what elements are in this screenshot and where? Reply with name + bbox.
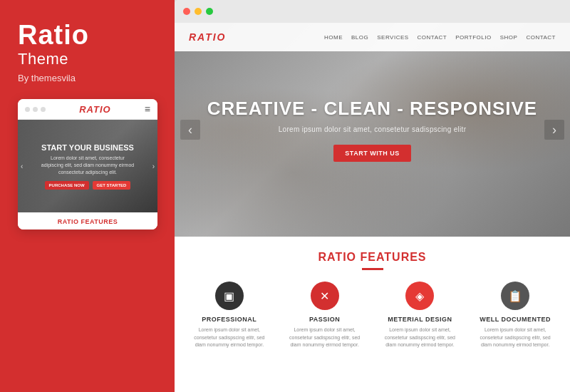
mobile-mockup: RATIO ≡ ‹ START YOUR BUSINESS Lorem dolo… — [18, 99, 157, 229]
mobile-get-started-button[interactable]: GET STARTED — [93, 181, 131, 190]
feature-item-professional: ▣ PROFESSIONAL Lorem ipsum dolor sit ame… — [189, 282, 270, 349]
right-panel: RATIO HOME BLOG SERVICES CONTACT PORTFOL… — [175, 0, 570, 392]
left-panel: Ratio Theme By themesvila RATIO ≡ ‹ STAR… — [0, 0, 175, 392]
site-logo[interactable]: RATIO — [189, 31, 227, 43]
nav-item-home[interactable]: HOME — [324, 34, 343, 41]
nav-item-contact2[interactable]: CONTACT — [526, 34, 556, 41]
nav-item-shop[interactable]: SHOP — [500, 34, 518, 41]
browser-close-dot[interactable] — [183, 8, 190, 15]
feature-item-passion: ✕ PASSION Lorem ipsum dolor sit amet, co… — [284, 282, 366, 349]
feature-icon-documented: 📋 — [501, 282, 529, 310]
feature-name-passion: PASSION — [284, 316, 366, 323]
mobile-prev-arrow[interactable]: ‹ — [21, 163, 23, 170]
mobile-hero: ‹ START YOUR BUSINESS Lorem dolor sit am… — [18, 120, 157, 212]
hamburger-icon[interactable]: ≡ — [145, 103, 150, 115]
mobile-next-arrow[interactable]: › — [152, 163, 155, 170]
author-label: By themesvila — [18, 73, 89, 83]
feature-desc-professional: Lorem ipsum dolor sit amet, consetetur s… — [189, 326, 270, 349]
mobile-features-label1: RATIO — [58, 218, 79, 225]
feature-item-documented: 📋 WELL DOCUMENTED Lorem ipsum dolor sit … — [475, 282, 556, 349]
browser-content: RATIO HOME BLOG SERVICES CONTACT PORTFOL… — [175, 23, 570, 392]
mobile-hero-sub: Lorem dolor sit amet, consecteturadipisc… — [41, 155, 134, 175]
features-heading: RATIO FEATURES — [189, 251, 556, 264]
hero-title: CREATIVE - CLEAN - RESPONSIVE — [207, 98, 537, 120]
mobile-hero-buttons: PURCHASE NOW GET STARTED — [45, 181, 131, 190]
nav-item-services[interactable]: SERVICES — [377, 34, 408, 41]
mobile-features-bar: RATIO FEATURES — [18, 212, 157, 229]
feature-desc-documented: Lorem ipsum dolor sit amet, consetetur s… — [475, 326, 556, 349]
feature-name-documented: WELL DOCUMENTED — [475, 316, 556, 323]
feature-icon-material: ◈ — [405, 282, 434, 310]
browser-minimize-dot[interactable] — [195, 8, 202, 15]
title-ratio: Ratio — [18, 21, 89, 48]
mobile-dot-2 — [33, 107, 38, 112]
browser-mockup: RATIO HOME BLOG SERVICES CONTACT PORTFOL… — [175, 0, 570, 392]
hero-prev-arrow[interactable]: ‹ — [180, 120, 200, 140]
mobile-hero-title: START YOUR BUSINESS — [41, 143, 134, 153]
browser-chrome-bar — [175, 0, 570, 23]
app-title: Ratio Theme By themesvila — [18, 21, 89, 83]
mobile-purchase-button[interactable]: PURCHASE NOW — [45, 181, 89, 190]
mobile-dot-1 — [25, 107, 30, 112]
feature-icon-professional: ▣ — [215, 282, 244, 310]
features-underline — [362, 268, 383, 270]
nav-item-portfolio[interactable]: PORTFOLIO — [455, 34, 492, 41]
feature-desc-material: Lorem ipsum dolor sit amet, consetetur s… — [380, 326, 461, 349]
mobile-logo: RATIO — [79, 104, 110, 115]
feature-desc-passion: Lorem ipsum dolor sit amet, consetetur s… — [284, 326, 366, 349]
nav-item-contact[interactable]: CONTACT — [418, 34, 447, 41]
mobile-dot-3 — [41, 107, 46, 112]
site-navbar: RATIO HOME BLOG SERVICES CONTACT PORTFOL… — [175, 23, 570, 51]
features-label1: RATIO — [318, 251, 356, 263]
mobile-window-controls — [25, 107, 46, 112]
feature-name-professional: PROFESSIONAL — [189, 316, 270, 323]
nav-item-blog[interactable]: BLOG — [351, 34, 368, 41]
title-theme: Theme — [18, 50, 89, 68]
feature-item-material: ◈ METERIAL DESIGN Lorem ipsum dolor sit … — [380, 282, 461, 349]
mobile-features-label2: FEATURES — [81, 218, 118, 225]
feature-icon-passion: ✕ — [311, 282, 339, 310]
hero-subtitle: Lorem ipsum dolor sit amet, consetetur s… — [207, 125, 537, 133]
mobile-top-bar: RATIO ≡ — [18, 99, 157, 120]
features-label2: FEATURES — [361, 251, 427, 263]
features-grid: ▣ PROFESSIONAL Lorem ipsum dolor sit ame… — [189, 282, 556, 349]
hero-cta-button[interactable]: START WITH US — [333, 145, 410, 162]
site-hero: ‹ CREATIVE - CLEAN - RESPONSIVE Lorem ip… — [175, 23, 570, 237]
feature-name-material: METERIAL DESIGN — [380, 316, 461, 323]
hero-next-arrow[interactable]: › — [544, 120, 564, 140]
hero-content: CREATIVE - CLEAN - RESPONSIVE Lorem ipsu… — [207, 98, 537, 162]
features-section: RATIO FEATURES ▣ PROFESSIONAL Lorem ipsu… — [175, 237, 570, 360]
site-nav-items: HOME BLOG SERVICES CONTACT PORTFOLIO SHO… — [324, 34, 556, 41]
browser-maximize-dot[interactable] — [206, 8, 213, 15]
mobile-features-title: RATIO FEATURES — [24, 218, 152, 225]
